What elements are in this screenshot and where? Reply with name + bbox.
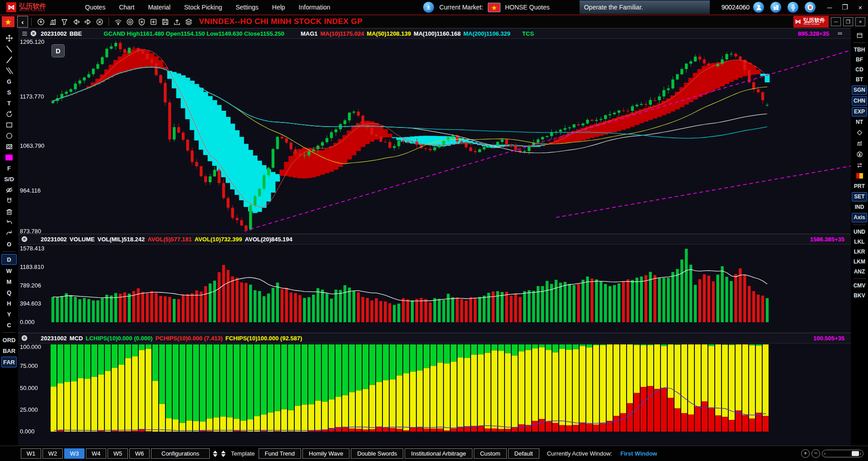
move-icon[interactable] (5, 33, 13, 43)
func-bf[interactable]: BF (854, 56, 865, 64)
func-cd[interactable]: CD (854, 66, 865, 74)
sort-up-down-icon[interactable] (221, 451, 226, 457)
trash-icon[interactable] (5, 207, 13, 216)
tool-s[interactable]: S (3, 87, 15, 97)
func-bt[interactable]: BT (854, 75, 865, 84)
panel-minimize-button[interactable]: ─ (831, 17, 841, 26)
window-tab-w2[interactable]: W2 (42, 448, 63, 459)
mcd-chart-canvas[interactable] (18, 344, 851, 432)
zoom-in-button[interactable]: + (801, 449, 810, 458)
download-icon[interactable] (35, 16, 47, 27)
institution-icon[interactable] (770, 2, 781, 13)
hand-left-icon[interactable] (70, 16, 82, 27)
target-icon[interactable] (124, 16, 136, 27)
window-icon[interactable] (856, 30, 863, 40)
menu-help[interactable]: Help (272, 4, 285, 11)
func-lkl[interactable]: LKL (854, 238, 865, 246)
tool-q[interactable]: Q (3, 287, 15, 297)
save-icon[interactable] (159, 16, 171, 27)
backslash-line-icon[interactable] (5, 44, 13, 54)
func-lkr[interactable]: LKR (854, 248, 865, 256)
preset-homily-wave[interactable]: Homily Wave (302, 448, 349, 459)
rectangle-icon[interactable] (5, 120, 13, 130)
eye-off-icon[interactable] (5, 185, 13, 195)
panel-restore-button[interactable]: ❐ (843, 17, 853, 26)
func-axis[interactable]: Axis (852, 213, 867, 222)
tool-m[interactable]: M (3, 277, 15, 287)
window-tab-w3[interactable]: W3 (64, 448, 85, 459)
magnet-icon[interactable] (5, 196, 13, 206)
collapse-icon[interactable] (835, 30, 844, 37)
func-anz[interactable]: ANZ (854, 268, 865, 276)
gear-icon[interactable] (29, 30, 38, 37)
func-lkm[interactable]: LKM (854, 258, 865, 266)
func-bkv[interactable]: BKV (854, 292, 865, 300)
tool-y[interactable]: Y (3, 309, 15, 319)
func-set[interactable]: SET (852, 192, 867, 202)
transfer-icon[interactable] (856, 160, 863, 170)
hand-right-icon[interactable] (82, 16, 94, 27)
hatch-icon[interactable] (5, 141, 13, 151)
func-prt[interactable]: PRT (854, 182, 865, 191)
tool-far[interactable]: FAR (1, 357, 17, 367)
func-ind[interactable]: IND (854, 203, 865, 212)
scroll-left-icon[interactable]: ‹ (824, 451, 826, 456)
configurations-button[interactable]: Configurations (151, 448, 210, 459)
menu-material[interactable]: Material (148, 4, 170, 11)
horizontal-scrollbar[interactable]: ‹ › (822, 450, 863, 457)
scroll-right-icon[interactable]: › (860, 451, 861, 456)
func-sgn[interactable]: SGN (852, 85, 867, 95)
layers-icon[interactable] (183, 16, 194, 27)
preset-fund-trend[interactable]: Fund Trend (259, 448, 302, 459)
square-plus-icon[interactable] (147, 16, 159, 27)
preset-institutional-arbitrage[interactable]: Institutional Arbitrage (405, 448, 472, 459)
func-und[interactable]: UND (854, 228, 865, 236)
panel-close-button[interactable]: × (855, 17, 865, 26)
tool-d[interactable]: D (1, 254, 17, 265)
volume-chart-canvas[interactable] (18, 245, 851, 322)
tool-t[interactable]: T (3, 98, 15, 108)
market-flag-button[interactable] (2, 16, 14, 27)
tool-s-d[interactable]: S/D (3, 174, 15, 184)
gear-icon[interactable] (20, 235, 29, 243)
wifi-icon[interactable] (112, 16, 124, 27)
upload-icon[interactable] (171, 16, 183, 27)
slash-line-icon[interactable] (5, 55, 13, 65)
redo-icon[interactable] (5, 228, 13, 238)
minimize-button[interactable]: ─ (822, 4, 837, 11)
x-circle-icon[interactable] (94, 16, 105, 27)
tool-h[interactable]: H (3, 298, 15, 308)
restore-button[interactable]: ❐ (837, 3, 853, 11)
undo-icon[interactable] (5, 217, 13, 227)
trend-icon[interactable] (856, 138, 863, 148)
tool-c[interactable]: C (3, 320, 15, 330)
window-tab-w4[interactable]: W4 (86, 448, 106, 459)
ellipse-icon[interactable] (5, 131, 13, 141)
sort-up-down-icon[interactable] (213, 451, 217, 457)
window-tab-w5[interactable]: W5 (108, 448, 128, 459)
tool-f[interactable]: F (3, 163, 15, 173)
preset-custom[interactable]: Custom (474, 448, 507, 459)
tool-ord[interactable]: ORD (3, 335, 16, 345)
zoom-out-button[interactable]: − (811, 449, 820, 458)
func-cmv[interactable]: CMV (854, 282, 866, 290)
period-badge[interactable]: D (52, 44, 65, 57)
download-circle-icon[interactable] (423, 2, 434, 13)
menu-settings[interactable]: Settings (236, 4, 259, 11)
menu-stock-picking[interactable]: Stock Picking (184, 4, 222, 11)
func-tbh[interactable]: TBH (854, 46, 865, 54)
func-chn[interactable]: CHN (852, 96, 867, 106)
magenta-swatch[interactable] (5, 152, 13, 162)
close-button[interactable]: × (853, 4, 868, 11)
yen-icon[interactable] (856, 149, 863, 159)
user-icon[interactable] (753, 2, 764, 13)
brand-icon[interactable] (805, 2, 816, 13)
menu-information[interactable]: Information (299, 4, 330, 11)
diamond-icon[interactable] (856, 127, 863, 137)
rotate-icon[interactable] (5, 109, 13, 119)
scroll-thumb[interactable] (852, 451, 859, 456)
price-chart-canvas[interactable] (18, 39, 851, 234)
tool-w[interactable]: W (3, 266, 15, 276)
list-icon[interactable] (20, 30, 29, 37)
mic-icon[interactable] (788, 2, 798, 13)
